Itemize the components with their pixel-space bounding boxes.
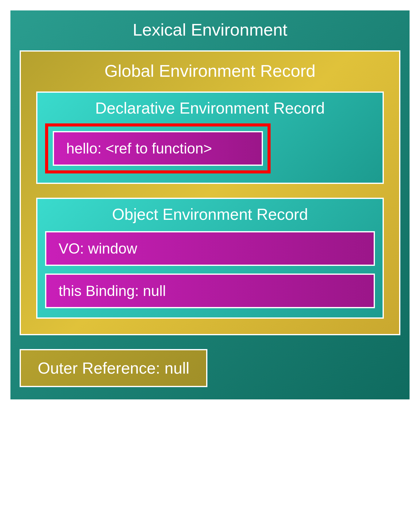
outer-reference-box: Outer Reference: null: [20, 349, 207, 387]
object-entry-this-binding: this Binding: null: [45, 274, 375, 308]
object-entry-vo: VO: window: [45, 231, 375, 266]
object-environment-record-box: Object Environment Record VO: window thi…: [36, 198, 384, 319]
declarative-environment-record-title: Declarative Environment Record: [45, 99, 375, 117]
global-environment-record-box: Global Environment Record Declarative En…: [20, 50, 400, 335]
object-environment-record-title: Object Environment Record: [45, 205, 375, 223]
highlighted-entry-border: hello: <ref to function>: [45, 123, 271, 173]
global-environment-record-title: Global Environment Record: [36, 61, 384, 81]
declarative-environment-record-box: Declarative Environment Record hello: <r…: [36, 91, 384, 184]
declarative-entry-hello: hello: <ref to function>: [53, 131, 263, 166]
lexical-environment-box: Lexical Environment Global Environment R…: [9, 9, 411, 401]
lexical-environment-title: Lexical Environment: [20, 20, 400, 40]
